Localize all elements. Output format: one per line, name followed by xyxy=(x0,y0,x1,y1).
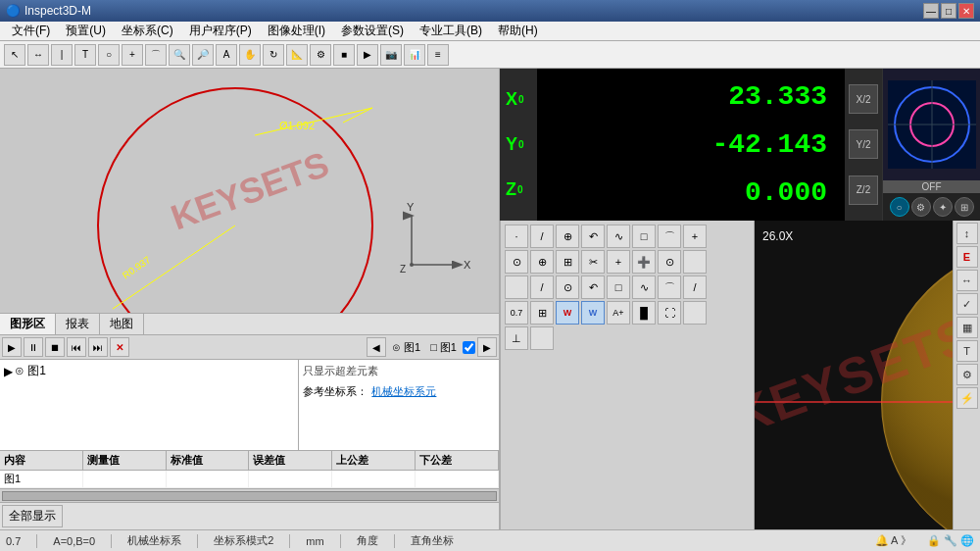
h-scroll[interactable] xyxy=(0,488,499,502)
tb-export[interactable]: 📊 xyxy=(404,44,425,66)
tab-report[interactable]: 报表 xyxy=(56,314,100,334)
tool-arc4[interactable]: ↶ xyxy=(581,276,605,299)
tb-cross[interactable]: + xyxy=(122,44,143,66)
ec-close-x[interactable]: ✕ xyxy=(110,337,129,357)
tool-arc3[interactable]: ⌒ xyxy=(658,225,681,248)
ec-pause[interactable]: ⏸ xyxy=(24,337,43,357)
tb-camera[interactable]: 📷 xyxy=(380,44,402,66)
dro-y-half-button[interactable]: Y/2 xyxy=(849,129,878,159)
tool-word2[interactable]: W xyxy=(581,301,605,325)
mv-settings-btn[interactable]: ⚙ xyxy=(911,197,931,217)
dro-x-half-button[interactable]: X/2 xyxy=(849,84,878,114)
tool-grid2[interactable]: ⊞ xyxy=(556,250,579,274)
ec-prev[interactable]: ⏮ xyxy=(67,337,86,357)
tb-text[interactable]: T xyxy=(74,44,96,66)
tool-rect2[interactable]: □ xyxy=(607,276,630,299)
tb-select[interactable]: ↖ xyxy=(4,44,25,66)
tool-expand[interactable]: ⛶ xyxy=(658,301,681,325)
rs-arrow-lr[interactable]: ↔ xyxy=(956,270,978,291)
tool-wave2[interactable]: ∿ xyxy=(632,276,656,299)
tool-circle3[interactable]: ⊙ xyxy=(505,250,528,274)
tb-play[interactable]: ▶ xyxy=(357,44,378,66)
rs-flash[interactable]: ⚡ xyxy=(956,387,978,409)
tool-plus3[interactable]: ➕ xyxy=(632,250,656,274)
ec-arrow-left[interactable]: ◀ xyxy=(367,337,386,357)
tb-gear[interactable]: ⚙ xyxy=(310,44,331,66)
status-right-icons: 🔒 🔧 🌐 xyxy=(927,534,974,547)
menu-params[interactable]: 参数设置(S) xyxy=(333,22,412,40)
mv-circle-btn[interactable]: ○ xyxy=(890,197,909,217)
status-angle: 角度 xyxy=(357,533,378,548)
tb-more1[interactable]: ≡ xyxy=(427,44,449,66)
rs-arrow-up[interactable]: ↕ xyxy=(956,223,978,244)
tool-07[interactable]: 0.7 xyxy=(505,301,528,325)
tool-circle2[interactable]: ⊕ xyxy=(556,225,579,248)
tb-line[interactable]: | xyxy=(51,44,73,66)
ec-checkbox[interactable] xyxy=(463,341,475,354)
tool-arc5[interactable]: ⌒ xyxy=(658,276,681,299)
element-tree-item[interactable]: ▶ ⊙ 图1 xyxy=(2,362,296,380)
tool-line[interactable]: / xyxy=(530,225,554,248)
menu-coordinate[interactable]: 坐标系(C) xyxy=(114,22,181,40)
tab-map[interactable]: 地图 xyxy=(100,314,144,334)
rs-check[interactable]: ✓ xyxy=(956,293,978,315)
cad-view[interactable]: Ø1.092 R0.937 X Y Z xyxy=(0,69,499,314)
mv-star-btn[interactable]: ✦ xyxy=(933,197,953,217)
rs-text2[interactable]: T xyxy=(956,340,978,362)
dro-section: X0 Y0 Z0 23.333 -42.143 0.000 X/2 Y/2 Z/… xyxy=(500,69,980,221)
tool-add[interactable]: + xyxy=(607,250,630,274)
tb-zoom-fit[interactable]: A xyxy=(216,44,237,66)
ec-arrow-right[interactable]: ▶ xyxy=(477,337,497,357)
tool-line3[interactable]: / xyxy=(683,276,707,299)
tb-zoom-in[interactable]: 🔍 xyxy=(169,44,190,66)
dro-z-half-button[interactable]: Z/2 xyxy=(849,175,878,205)
tb-arrow[interactable]: ↔ xyxy=(27,44,49,66)
tool-word1[interactable]: W xyxy=(556,301,579,325)
tool-bars[interactable]: ▐▌ xyxy=(632,301,656,325)
tb-circle[interactable]: ○ xyxy=(98,44,120,66)
rs-settings[interactable]: ⚙ xyxy=(956,364,978,385)
ec-next[interactable]: ⏭ xyxy=(88,337,108,357)
tool-perp[interactable]: ⊥ xyxy=(505,326,528,350)
menu-image-process[interactable]: 图像处理(I) xyxy=(260,22,333,40)
tool-wave[interactable]: ∿ xyxy=(607,225,630,248)
ec-play[interactable]: ▶ xyxy=(2,337,22,357)
tb-arc[interactable]: ⌒ xyxy=(145,44,167,66)
tool-aplus[interactable]: A+ xyxy=(607,301,630,325)
show-all-button[interactable]: 全部显示 xyxy=(2,505,63,527)
menu-user-program[interactable]: 用户程序(P) xyxy=(181,22,260,40)
tool-plus2[interactable]: ⊕ xyxy=(530,250,554,274)
tool-circle5[interactable]: ⊙ xyxy=(556,276,579,299)
dro-x-sub: 0 xyxy=(518,94,524,105)
tab-graphic[interactable]: 图形区 xyxy=(0,314,56,334)
tool-rect[interactable]: □ xyxy=(632,225,656,248)
ref-system-link[interactable]: 机械坐标系元 xyxy=(371,384,436,399)
tool-plus[interactable]: + xyxy=(683,225,707,248)
dro-values: 23.333 -42.143 0.000 xyxy=(537,69,845,221)
lower-section: · / ⊕ ↶ ∿ □ ⌒ + ⊙ ⊕ ⊞ ✂ xyxy=(500,221,980,529)
tool-grid3[interactable]: ⊞ xyxy=(530,301,554,325)
tb-zoom-out[interactable]: 🔎 xyxy=(192,44,214,66)
rs-edge[interactable]: E xyxy=(956,246,978,268)
menu-help[interactable]: 帮助(H) xyxy=(490,22,546,40)
tool-circle4[interactable]: ⊙ xyxy=(658,250,681,274)
menu-preset[interactable]: 预置(U) xyxy=(58,22,114,40)
tb-measure[interactable]: 📐 xyxy=(286,44,308,66)
tool-point[interactable]: · xyxy=(505,225,528,248)
ec-stop[interactable]: ⏹ xyxy=(45,337,65,357)
tool-cut[interactable]: ✂ xyxy=(581,250,605,274)
maximize-button[interactable]: □ xyxy=(941,3,956,19)
menu-tools[interactable]: 专业工具(B) xyxy=(412,22,490,40)
mv-grid-btn[interactable]: ⊞ xyxy=(955,197,974,217)
tool-line2[interactable]: / xyxy=(530,276,554,299)
menu-file[interactable]: 文件(F) xyxy=(4,22,58,40)
rs-grid[interactable]: ▦ xyxy=(956,317,978,338)
tool-arc2[interactable]: ↶ xyxy=(581,225,605,248)
status-coords: A=0,B=0 xyxy=(53,535,95,547)
tb-rotate[interactable]: ↻ xyxy=(263,44,284,66)
title-bar: 🔵 Inspect3D-M — □ ✕ xyxy=(0,0,980,22)
close-button[interactable]: ✕ xyxy=(958,3,974,19)
tb-stop[interactable]: ■ xyxy=(333,44,355,66)
minimize-button[interactable]: — xyxy=(923,3,939,19)
tb-move[interactable]: ✋ xyxy=(239,44,261,66)
